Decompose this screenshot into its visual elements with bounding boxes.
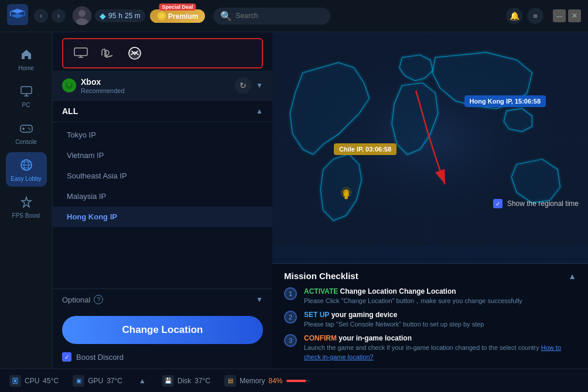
gpu-label: GPU: [88, 377, 103, 385]
step-3-text: CONFIRM your in-game location Launch the…: [304, 333, 576, 362]
sidebar-fps-boost-label: FPS Boost: [12, 212, 40, 219]
chevron-down-icon: ▼: [256, 81, 263, 90]
sidebar-item-fps-boost[interactable]: FPS Boost: [6, 189, 47, 223]
cpu-icon: [9, 375, 21, 387]
minimize-button[interactable]: —: [553, 9, 566, 22]
status-bar: CPU 45°C ▣ GPU 37°C ▲ 💾 Disk 37°C ▤ Memo…: [0, 369, 588, 392]
svg-rect-35: [14, 380, 16, 382]
app-logo: [7, 4, 28, 27]
step-1-action: ACTIVATE: [304, 287, 338, 295]
cpu-status: CPU 45°C: [9, 375, 59, 387]
chile-ip-tooltip: Chile IP, 03:06:58: [334, 143, 396, 155]
search-icon: 🔍: [220, 11, 232, 22]
sidebar-item-easy-lobby[interactable]: Easy Lobby: [6, 152, 47, 187]
mission-title: Mission Checklist: [284, 271, 358, 281]
sidebar-item-console[interactable]: Console: [6, 115, 47, 150]
ps-platform-tab[interactable]: [97, 44, 118, 63]
memory-bar: [286, 380, 310, 382]
search-box[interactable]: 🔍: [213, 8, 330, 25]
collapse-icon[interactable]: ▲: [568, 271, 576, 281]
bell-icon: 🔔: [510, 11, 519, 20]
server-item-vietnam[interactable]: Vietnam IP: [53, 145, 272, 166]
gpu-icon: ▣: [73, 375, 84, 387]
boost-discord-checkbox[interactable]: ✓: [62, 352, 71, 362]
all-header: ALL ▲: [53, 101, 272, 122]
recommended-label: Recommended: [81, 87, 125, 94]
time-label: h: [118, 12, 122, 20]
special-deal-badge: Special Deal: [159, 4, 196, 11]
back-button[interactable]: ‹: [34, 9, 48, 23]
disk-status: 💾 Disk 37°C: [162, 375, 210, 387]
main-layout: Home PC Console: [0, 32, 588, 369]
xbox-platform-tab[interactable]: [124, 44, 145, 63]
xbox-info: Xbox Recommended: [62, 77, 125, 94]
step-2-desc: Please tap "Set Console Network" button …: [304, 320, 484, 329]
time-remaining: 25 m: [125, 12, 141, 20]
cpu-value: 45°C: [43, 377, 59, 385]
console-icon: [18, 120, 35, 136]
pc-icon: [18, 83, 35, 99]
change-location-button[interactable]: Change Location: [62, 316, 263, 344]
xbox-logo-icon: [62, 78, 76, 92]
forward-button[interactable]: ›: [52, 9, 66, 23]
disk-icon: 💾: [162, 375, 174, 387]
memory-value: 84%: [268, 377, 282, 385]
diamond-icon: ◆: [100, 11, 106, 20]
close-button[interactable]: ✕: [568, 9, 581, 22]
step-3-desc: Launch the game and check if your in-gam…: [304, 343, 576, 362]
mission-checklist: Mission Checklist ▲ 1 ACTIVATE Change Lo…: [272, 263, 588, 369]
titlebar: ‹ › ◆ 95 h 25 m Special Deal 🪙 Premium 🔍…: [0, 0, 588, 32]
content-area: Xbox Recommended ↻ ▼ ALL ▲ Tokyo IP Viet…: [53, 32, 588, 369]
step-1-detail: Change Location: [340, 287, 397, 295]
sidebar-item-pc[interactable]: PC: [6, 78, 47, 113]
sidebar-console-label: Console: [15, 139, 37, 145]
step-2-circle: 2: [284, 311, 297, 324]
regional-time-row: ✓ Show the regional time: [493, 199, 579, 208]
refresh-button[interactable]: ↻: [235, 77, 251, 94]
sidebar-item-home[interactable]: Home: [6, 42, 47, 76]
search-input[interactable]: [235, 12, 323, 20]
chevron-up-btn[interactable]: ▲: [136, 377, 148, 385]
mission-step-1: 1 ACTIVATE Change Location Change Locati…: [284, 287, 576, 305]
optional-section: Optional ? ▼: [53, 288, 272, 310]
xbox-selector: Xbox Recommended ↻ ▼: [53, 71, 272, 101]
notification-button[interactable]: 🔔: [506, 8, 522, 24]
platform-tabs-container: [62, 38, 263, 68]
regional-time-label: Show the regional time: [507, 200, 579, 208]
window-controls: — ✕: [553, 9, 581, 22]
mission-step-3: 3 CONFIRM your in-game location Launch t…: [284, 333, 576, 362]
boost-discord-label: Boost Discord: [76, 353, 124, 362]
svg-rect-19: [74, 48, 87, 56]
svg-point-12: [28, 128, 29, 129]
all-chevron-icon: ▲: [256, 107, 263, 115]
svg-rect-6: [21, 87, 32, 94]
step-1-detail-span: Change Location: [399, 287, 456, 295]
regional-time-checkbox[interactable]: ✓: [493, 199, 502, 208]
avatar: [73, 6, 91, 25]
pc-platform-tab[interactable]: [70, 44, 91, 63]
all-label: ALL: [62, 106, 78, 116]
mission-items: 1 ACTIVATE Change Location Change Locati…: [284, 287, 576, 362]
premium-label: Premium: [168, 12, 198, 20]
map-area: Chile IP, 03:06:58 Hong Kong IP, 15:06:5…: [272, 32, 588, 369]
menu-icon: ≡: [533, 12, 538, 20]
mission-step-2: 2 SET UP your gaming device Please tap "…: [284, 310, 576, 329]
easy-lobby-icon: [18, 157, 35, 173]
server-item-southeast-asia[interactable]: Southeast Asia IP: [53, 166, 272, 186]
step-3-desc-text: Launch the game and check if your in-gam…: [304, 344, 539, 351]
step-3-detail: your in-game location: [339, 334, 412, 342]
coin-icon: 🪙: [157, 12, 166, 20]
optional-label: Optional: [62, 295, 90, 304]
server-item-hong-kong[interactable]: Hong Kong IP: [53, 207, 272, 227]
gpu-value: 37°C: [107, 377, 122, 385]
fps-boost-icon: [18, 194, 35, 210]
svg-point-5: [76, 18, 88, 25]
premium-button[interactable]: Special Deal 🪙 Premium: [150, 9, 206, 23]
xp-value: 95: [108, 12, 116, 20]
menu-button[interactable]: ≡: [527, 8, 543, 24]
server-item-malaysia[interactable]: Malaysia IP: [53, 186, 272, 207]
server-item-tokyo[interactable]: Tokyo IP: [53, 125, 272, 145]
server-list: Tokyo IP Vietnam IP Southeast Asia IP Ma…: [53, 122, 272, 288]
step-1-desc: Please Click "Change Location" button，ma…: [304, 297, 522, 305]
step-3-action: CONFIRM: [304, 334, 337, 342]
